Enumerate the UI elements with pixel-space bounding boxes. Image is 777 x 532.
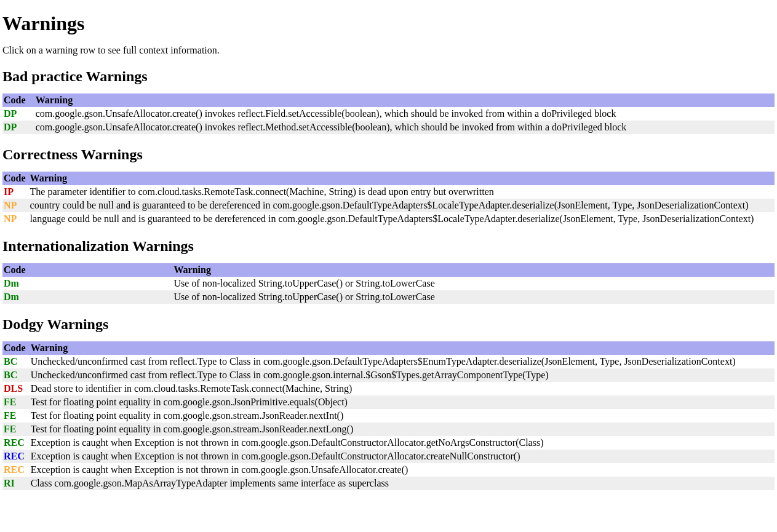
warning-text: Use of non-localized String.toUpperCase(…: [172, 290, 775, 304]
warning-code: IP: [2, 185, 29, 199]
warning-row[interactable]: DmUse of non-localized String.toUpperCas…: [2, 290, 775, 304]
warning-code: DP: [2, 107, 34, 121]
warning-text: com.google.gson.UnsafeAllocator.create()…: [34, 107, 775, 121]
warning-text: Unchecked/unconfirmed cast from reflect.…: [30, 368, 775, 382]
warning-text: Test for floating point equality in com.…: [30, 423, 775, 436]
col-code: Code: [2, 93, 34, 107]
section-heading: Correctness Warnings: [2, 146, 775, 163]
warning-code: BC: [2, 368, 30, 382]
warning-code: BC: [2, 355, 30, 368]
warning-code: REC: [2, 450, 30, 463]
warning-code: FE: [2, 395, 30, 409]
col-code: Code: [2, 263, 172, 277]
col-code: Code: [2, 341, 30, 355]
warning-text: language could be null and is guaranteed…: [29, 212, 775, 226]
section-heading: Internationalization Warnings: [2, 238, 775, 255]
warning-row[interactable]: NPlanguage could be null and is guarante…: [2, 212, 775, 226]
warnings-table: CodeWarningDPcom.google.gson.UnsafeAlloc…: [2, 93, 775, 134]
warning-text: com.google.gson.UnsafeAllocator.create()…: [34, 121, 775, 134]
warning-row[interactable]: RECException is caught when Exception is…: [2, 463, 775, 477]
warning-text: Test for floating point equality in com.…: [30, 409, 775, 423]
warnings-table: Code WarningDmUse of non-localized Strin…: [2, 263, 775, 304]
warning-text: Unchecked/unconfirmed cast from reflect.…: [30, 355, 775, 368]
warning-code: REC: [2, 436, 30, 450]
warning-row[interactable]: FETest for floating point equality in co…: [2, 395, 775, 409]
col-warning: Warning: [34, 93, 775, 107]
warning-code: Dm: [2, 290, 172, 304]
col-warning: Warning: [172, 263, 775, 277]
warning-text: Dead store to identifier in com.cloud.ta…: [30, 382, 775, 395]
warning-row[interactable]: FETest for floating point equality in co…: [2, 423, 775, 436]
section-heading: Bad practice Warnings: [2, 68, 775, 85]
warning-row[interactable]: NPcountry could be null and is guarantee…: [2, 199, 775, 212]
warning-row[interactable]: BCUnchecked/unconfirmed cast from reflec…: [2, 368, 775, 382]
warning-code: REC: [2, 463, 30, 477]
warning-text: Test for floating point equality in com.…: [30, 395, 775, 409]
warning-row[interactable]: DPcom.google.gson.UnsafeAllocator.create…: [2, 107, 775, 121]
warning-text: Use of non-localized String.toUpperCase(…: [172, 277, 775, 290]
warning-row[interactable]: RIClass com.google.gson.MapAsArrayTypeAd…: [2, 477, 775, 490]
page-title: Warnings: [2, 12, 775, 35]
warning-text: Exception is caught when Exception is no…: [30, 450, 775, 463]
warning-code: NP: [2, 199, 29, 212]
col-warning: Warning: [29, 172, 775, 185]
warning-row[interactable]: RECException is caught when Exception is…: [2, 436, 775, 450]
col-warning: Warning: [30, 341, 775, 355]
warning-row[interactable]: BCUnchecked/unconfirmed cast from reflec…: [2, 355, 775, 368]
warnings-table: CodeWarningBCUnchecked/unconfirmed cast …: [2, 341, 775, 490]
col-code: Code: [2, 172, 29, 185]
intro-text: Click on a warning row to see full conte…: [2, 45, 775, 56]
warning-code: RI: [2, 477, 30, 490]
warning-text: Exception is caught when Exception is no…: [30, 463, 775, 477]
warning-code: FE: [2, 409, 30, 423]
warning-row[interactable]: DmUse of non-localized String.toUpperCas…: [2, 277, 775, 290]
warnings-table: CodeWarningIPThe parameter identifier to…: [2, 172, 775, 226]
warning-code: Dm: [2, 277, 172, 290]
warning-code: NP: [2, 212, 29, 226]
warning-row[interactable]: DPcom.google.gson.UnsafeAllocator.create…: [2, 121, 775, 134]
warning-code: DP: [2, 121, 34, 134]
warning-row[interactable]: FETest for floating point equality in co…: [2, 409, 775, 423]
warning-row[interactable]: DLSDead store to identifier in com.cloud…: [2, 382, 775, 395]
warning-code: FE: [2, 423, 30, 436]
warning-code: DLS: [2, 382, 30, 395]
warning-row[interactable]: IPThe parameter identifier to com.cloud.…: [2, 185, 775, 199]
warning-row[interactable]: RECException is caught when Exception is…: [2, 450, 775, 463]
warning-text: The parameter identifier to com.cloud.ta…: [29, 185, 775, 199]
warning-text: country could be null and is guaranteed …: [29, 199, 775, 212]
warning-text: Exception is caught when Exception is no…: [30, 436, 775, 450]
section-heading: Dodgy Warnings: [2, 316, 775, 333]
warning-text: Class com.google.gson.MapAsArrayTypeAdap…: [30, 477, 775, 490]
